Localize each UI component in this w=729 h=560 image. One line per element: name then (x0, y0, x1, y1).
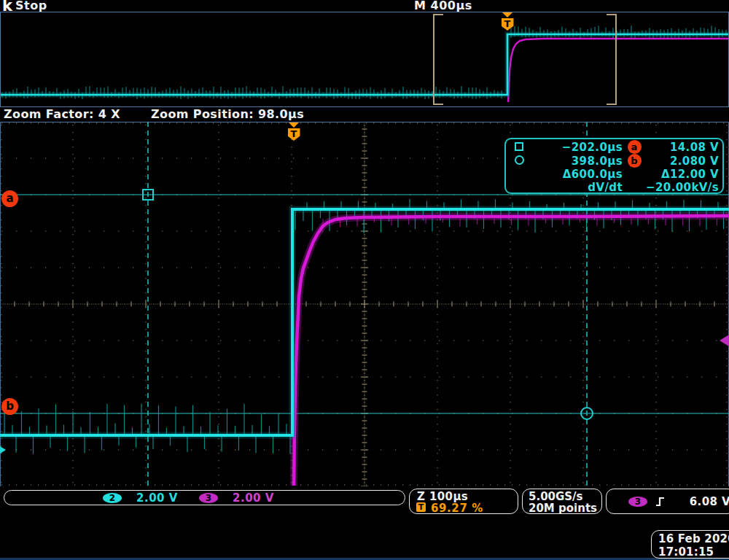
cursor-a-square-marker[interactable] (142, 189, 154, 201)
channel2-badge[interactable]: 2 (103, 493, 122, 503)
time-label: 17:01:15 (658, 545, 714, 559)
cursor-a-square-icon (515, 142, 523, 151)
trigger-position-percent: 69.27 % (431, 502, 483, 515)
cursor-b-time: 398.0µs (532, 155, 623, 168)
horizontal-zoom-panel[interactable]: Z 100µs T 69.27 % (409, 489, 518, 514)
rising-edge-icon (655, 496, 666, 508)
trigger-t-icon: T (502, 18, 514, 31)
overview-waveform-svg (1, 12, 728, 106)
cursor-b-circle-icon (515, 155, 524, 165)
zoom-info-bar: Zoom Factor: 4 X Zoom Position: 98.0µs (0, 107, 729, 122)
cursor-readout-panel[interactable]: −202.0µs a 14.08 V 398.0µs b 2.080 V Δ60… (504, 138, 724, 194)
trigger-t-icon: T (288, 128, 300, 141)
dvdt-label: dV/dt (532, 181, 623, 194)
cursor-b-voltage: 2.080 V (646, 155, 729, 168)
zoom-position-label[interactable]: Zoom Position: 98.0µs (151, 107, 304, 121)
channel2-baseline-icon (0, 446, 6, 454)
cursor-b-badge[interactable]: b (1, 398, 18, 415)
date-label: 16 Feb 2020 (658, 532, 729, 545)
channel3-scale[interactable]: 2.00 V (233, 491, 274, 505)
acquisition-panel[interactable]: 5.00GS/s 20M points (522, 489, 602, 514)
trigger-level-arrow-icon[interactable] (720, 335, 729, 346)
delta-time: Δ600.0µs (532, 168, 623, 181)
cursor-b-readout-row: 398.0µs b 2.080 V (506, 154, 729, 168)
trigger-level-label: 6.08 V (679, 495, 729, 508)
cursor-a-time: −202.0µs (532, 141, 623, 154)
delta-voltage: Δ12.00 V (646, 168, 729, 181)
trigger-position-marker-overview[interactable]: T (501, 12, 514, 31)
trigger-panel[interactable]: 3 6.08 V (606, 489, 729, 514)
dvdt-row: dV/dt −20.00kV/s (506, 181, 729, 194)
main-timebase-label[interactable]: M 400µs (414, 0, 472, 12)
trigger-source-badge: 3 (628, 497, 647, 507)
cursor-b-readout-badge: b (628, 154, 642, 168)
cursor-a-voltage: 14.08 V (646, 141, 729, 154)
waveform-overview-strip[interactable] (0, 12, 729, 107)
channel2-scale[interactable]: 2.00 V (136, 491, 178, 505)
dvdt-value: −20.00kV/s (646, 181, 729, 194)
oscilloscope-screen: { "top_bar": { "logo": "k", "acq_status"… (0, 0, 729, 560)
cursor-a-readout-badge: a (628, 140, 642, 154)
channel3-badge[interactable]: 3 (199, 493, 218, 503)
top-status-bar: k Stop M 400µs (0, 0, 729, 12)
trigger-triangle-icon (502, 12, 512, 18)
record-length-label: 20M points (529, 502, 597, 515)
trigger-triangle-icon (289, 122, 299, 128)
channel-scale-panel[interactable]: 2 2.00 V 3 2.00 V (4, 490, 405, 505)
cursor-a-badge[interactable]: a (1, 190, 18, 207)
acquisition-status-label[interactable]: Stop (15, 0, 47, 12)
datetime-panel: 16 Feb 2020 17:01:15 (651, 530, 729, 559)
trigger-position-icon: T (416, 502, 426, 512)
cursor-delta-row: Δ600.0µs Δ12.00 V (506, 168, 729, 181)
cursor-a-readout-row: −202.0µs a 14.08 V (506, 140, 729, 154)
trigger-position-marker-main[interactable]: T (287, 122, 300, 141)
zoom-factor-label[interactable]: Zoom Factor: 4 X (4, 107, 120, 121)
cursor-b-circle-marker[interactable] (580, 407, 593, 420)
